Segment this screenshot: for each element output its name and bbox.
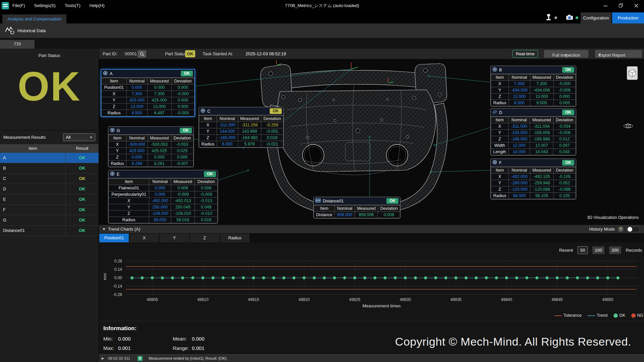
feature-status-badge: OK [386, 198, 398, 204]
history-mode-toggle[interactable] [627, 226, 640, 232]
export-report-dropdown[interactable]: Export Report ▼ [595, 50, 642, 58]
trend-charts-header[interactable]: ▼ Trend Charts (A) History Mode ? [99, 225, 644, 234]
feature-measurements-table: ItemNominalMeasuredDeviationX-311.000-31… [491, 117, 576, 155]
measure-table-D[interactable]: DOKItemNominalMeasuredDeviationX-311.000… [490, 108, 576, 156]
recent-200-button[interactable]: 200 [609, 246, 621, 254]
measurement-row: Width12.00012.0070.007 [491, 142, 576, 149]
log-level-badge: D [138, 356, 143, 361]
legend-ok-swatch [613, 313, 618, 318]
feature-measurements-table: ItemNominalMeasuredDeviationPosition010.… [101, 78, 195, 116]
feature-table-titlebar[interactable]: DOK [491, 109, 576, 117]
feature-table-titlebar[interactable]: EOK [108, 170, 218, 178]
result-row-A[interactable]: AOK [0, 153, 99, 163]
svg-text:49810: 49810 [197, 297, 209, 302]
result-row-B[interactable]: BOK [0, 163, 99, 174]
max-label: Max: [103, 345, 114, 351]
menu-help[interactable]: Help(H) [90, 3, 105, 8]
search-icon[interactable] [138, 50, 146, 58]
feature-measurements-table: ItemNominalMeasuredDeviationX-500.000-50… [108, 135, 194, 167]
result-row-D[interactable]: DOK [0, 184, 99, 194]
feature-name: G [117, 128, 120, 133]
close-icon[interactable] [629, 0, 644, 11]
results-filter-dropdown[interactable]: All ▼ [63, 133, 95, 141]
measure-table-Distance01[interactable]: Distance01OKItemNominalMeasuredDeviation… [313, 197, 400, 219]
3d-visualization-operations-label[interactable]: 3D Visualization Operations [587, 215, 639, 220]
minimize-icon[interactable] [598, 0, 613, 11]
measure-table-B[interactable]: BOKItemNominalMeasuredDeviationX7.3007.3… [490, 66, 576, 107]
result-row-F[interactable]: FOK [0, 205, 99, 215]
history-mode-cluster: History Mode ? [589, 226, 640, 232]
svg-text:49835: 49835 [450, 297, 462, 302]
feature-name: B [499, 68, 502, 72]
trend-chart[interactable]: 0.280.140.00-0.14-0.28498054981049815498… [101, 258, 641, 305]
trend-tab-y[interactable]: Y [160, 234, 189, 242]
trend-tab-position01[interactable]: Position01 [99, 234, 129, 242]
feature-name: C [207, 109, 210, 114]
svg-text:49820: 49820 [299, 297, 310, 302]
result-row-C[interactable]: COK [0, 174, 99, 184]
menu-settings[interactable]: Settings(S) [34, 3, 56, 8]
tab-analysis-and-compensation[interactable]: Analysis and Compensation [2, 14, 66, 23]
trend-tab-radius[interactable]: Radius [220, 234, 250, 242]
inspection-mode-dropdown[interactable]: Full inspection ▼ [544, 50, 588, 58]
production-button[interactable]: Production [612, 12, 644, 23]
trend-tab-z[interactable]: Z [190, 234, 219, 242]
view-cube-icon[interactable] [627, 66, 638, 80]
expand-log-icon[interactable]: ▶ [102, 357, 104, 360]
device-status-icons [546, 14, 578, 21]
result-item-label: B [0, 163, 66, 173]
robot-icon[interactable] [546, 14, 552, 21]
tab-770[interactable]: 770 [0, 40, 35, 49]
feature-table-titlebar[interactable]: COK [199, 107, 283, 115]
help-icon[interactable]: ? [618, 226, 624, 232]
configuration-button[interactable]: Configuration [581, 12, 611, 23]
feature-table-titlebar[interactable]: FOK [491, 159, 576, 167]
feature-table-titlebar[interactable]: GOK [108, 127, 194, 135]
chevron-down-icon: ▼ [90, 136, 93, 139]
export-report-label: Export Report [598, 50, 625, 60]
realtime-button[interactable]: Real-time [513, 50, 538, 58]
part-info-bar: Part ID: 00001 Part Status: OK Task Star… [99, 49, 644, 60]
log-bar[interactable]: ▶ 08:52:32.911 D Measurement ended by [r… [99, 354, 644, 362]
camera-icon[interactable] [566, 14, 573, 21]
result-row-G[interactable]: GOK [0, 215, 99, 226]
result-row-Distance01[interactable]: Distance01OK [0, 226, 99, 236]
history-mode-label: History Mode [589, 227, 615, 232]
menu-tools[interactable]: Tools(T) [65, 3, 80, 8]
measurement-row: X-492.000-492.105-0.105 [491, 174, 576, 180]
measurement-row: Y425.000425.0000.000 [102, 97, 195, 104]
measure-table-E[interactable]: EOKItemNominalMeasuredDeviationFlatness0… [108, 170, 218, 224]
restore-icon[interactable] [613, 0, 629, 11]
feature-table-titlebar[interactable]: Distance01OK [314, 197, 400, 205]
recent-100-button[interactable]: 100 [592, 246, 604, 254]
measurement-row: Z-166.000-165.9880.012 [491, 136, 576, 142]
measurement-row: Y144.000143.999-0.001 [199, 128, 283, 135]
feature-measurements-table: ItemNominalMeasuredDeviationX7.3007.300-… [491, 74, 576, 106]
measure-table-F[interactable]: FOKItemNominalMeasuredDeviationX-492.000… [490, 159, 576, 199]
recent-label: Recent [559, 248, 573, 253]
trend-tab-x[interactable]: X [129, 234, 159, 242]
svg-text:0.14: 0.14 [114, 267, 122, 272]
menu-bar: File(F)Settings(S)Tools(T)Help(H) [12, 3, 114, 8]
result-status: OK [66, 163, 99, 173]
feature-table-titlebar[interactable]: BOK [491, 66, 576, 74]
collapse-icon[interactable]: ▼ [102, 227, 106, 231]
recent-50-button[interactable]: 50 [578, 246, 588, 254]
menu-file[interactable]: File(F) [12, 3, 25, 8]
feature-table-titlebar[interactable]: AOK [101, 70, 195, 78]
camera-status-dot [576, 16, 578, 19]
feature-status-badge: OK [270, 108, 282, 114]
measurement-row: X7.3007.300-0.000 [491, 81, 576, 87]
recent-records-row: Recent 50100200 Records [559, 246, 642, 254]
historical-data-button[interactable]: Historical Data [0, 23, 51, 38]
measure-table-G[interactable]: GOKItemNominalMeasuredDeviationX-500.000… [108, 126, 194, 167]
feature-circle-icon [110, 128, 115, 133]
measure-table-C[interactable]: COKItemNominalMeasuredDeviationX-311.000… [199, 107, 284, 148]
svg-text:-0.28: -0.28 [113, 292, 122, 297]
result-row-E[interactable]: EOK [0, 194, 99, 205]
orbit-view-icon[interactable] [623, 121, 634, 132]
part-id-value[interactable]: 00001 [125, 49, 137, 59]
app-logo-icon [2, 2, 9, 9]
measure-table-A[interactable]: AOKItemNominalMeasuredDeviationPosition0… [101, 69, 195, 117]
chevron-down-icon: ▼ [565, 50, 568, 60]
